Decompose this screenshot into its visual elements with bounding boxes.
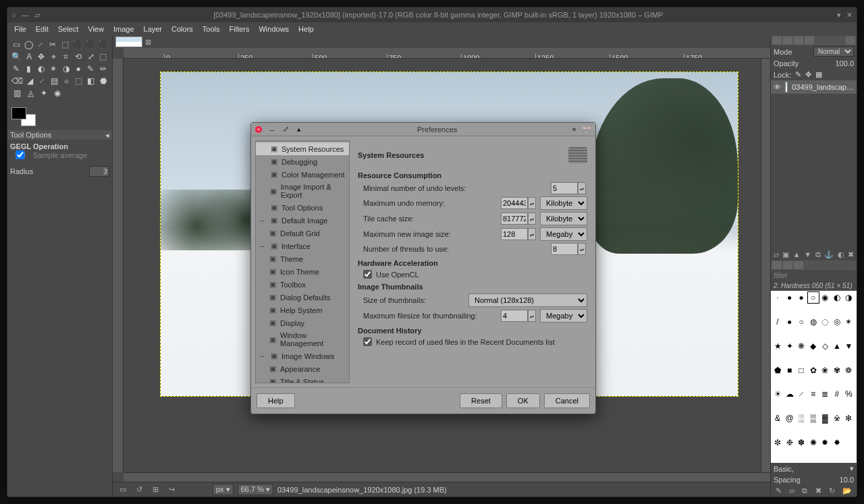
new-layer-icon[interactable]: ▱ xyxy=(774,250,779,259)
brush-preset[interactable]: ✺ xyxy=(808,437,819,448)
tool-icon[interactable]: ✶ xyxy=(49,63,58,74)
image-tab-thumb[interactable] xyxy=(115,36,142,47)
nav-tool-options[interactable]: ▣Tool Options xyxy=(256,201,349,214)
tool-icon[interactable]: ◯ xyxy=(24,39,33,50)
brush-preset[interactable]: @ xyxy=(784,413,795,424)
tool-icon[interactable] xyxy=(79,88,90,99)
nav-icon-theme[interactable]: ▣Icon Theme xyxy=(256,265,349,278)
menu-image[interactable]: Image xyxy=(113,25,134,33)
tool-icon[interactable]: ✏ xyxy=(99,63,108,74)
history-checkbox[interactable]: Keep record of used files in the Recent … xyxy=(358,337,587,346)
menu-windows[interactable]: Windows xyxy=(259,25,289,33)
brush-btn[interactable]: ⧉ xyxy=(802,486,807,495)
brush-preset[interactable]: & xyxy=(772,413,783,424)
thumbnail-size-select[interactable]: Normal (128x128) xyxy=(468,293,587,307)
tool-icon[interactable]: ⌗ xyxy=(61,51,71,62)
brush-preset[interactable]: # xyxy=(832,389,842,399)
brush-preset[interactable]: ◉ xyxy=(819,292,830,303)
tool-icon[interactable]: ⌖ xyxy=(49,51,59,62)
lock-alpha-icon[interactable]: ▦ xyxy=(815,70,822,79)
lock-position-icon[interactable]: ✥ xyxy=(805,70,811,79)
tool-icon[interactable]: ✂ xyxy=(48,39,57,50)
tool-icon[interactable]: 🔍 xyxy=(11,51,22,62)
brush-preset[interactable]: ⬟ xyxy=(772,365,783,376)
menu-tools[interactable]: Tools xyxy=(202,25,220,33)
tool-icon[interactable]: ⤢ xyxy=(86,51,95,62)
brush-btn[interactable]: ✎ xyxy=(776,486,782,495)
brush-preset[interactable]: ○ xyxy=(796,316,807,327)
tool-icon[interactable]: ⬛ xyxy=(72,39,82,50)
nav-image-import-export[interactable]: ▣Image Import & Export xyxy=(256,181,349,201)
brush-preset[interactable]: ● xyxy=(796,292,807,303)
sb-icon[interactable]: ▭ xyxy=(117,484,129,496)
brush-preset[interactable]: ▒ xyxy=(808,413,819,424)
brush-preset[interactable]: ☁ xyxy=(784,389,795,399)
tool-icon[interactable]: ⟲ xyxy=(74,51,83,62)
tool-icon[interactable]: A xyxy=(24,51,34,62)
dialog-up-icon[interactable]: ▴ xyxy=(296,126,302,133)
layer-group-icon[interactable]: ▣ xyxy=(782,250,789,259)
brush-preset[interactable]: ❀ xyxy=(819,365,830,376)
tool-icon[interactable]: ✦ xyxy=(38,88,49,99)
brush-preset[interactable]: ○ xyxy=(808,292,819,303)
tile-cache-unit[interactable]: Kilobytes xyxy=(540,212,587,225)
tile-cache-input[interactable] xyxy=(501,213,528,225)
brush-btn[interactable]: ▱ xyxy=(789,486,794,495)
tool-icon[interactable]: ✥ xyxy=(36,51,46,62)
brush-preset[interactable]: ◌ xyxy=(819,316,830,327)
brush-preset[interactable]: ▓ xyxy=(819,413,830,424)
window-menu-icon[interactable]: ○ xyxy=(11,11,16,20)
preferences-nav[interactable]: ▣System Resources▣Debugging▣Color Manage… xyxy=(255,140,350,383)
brush-preset[interactable]: ✾ xyxy=(832,365,842,376)
undo-memory-input[interactable] xyxy=(501,197,528,209)
menu-edit[interactable]: Edit xyxy=(36,25,49,33)
brush-preset[interactable]: ✶ xyxy=(843,316,854,327)
nav-color-management[interactable]: ▣Color Management xyxy=(256,168,349,181)
brush-preset[interactable]: / xyxy=(772,316,783,327)
tool-icon[interactable]: ⬚ xyxy=(74,76,84,86)
dock-tabs[interactable] xyxy=(771,36,857,45)
dialog-minimize-icon[interactable]: – xyxy=(269,126,275,133)
tool-icon[interactable]: ◢ xyxy=(25,76,34,86)
sb-icon[interactable]: ⊞ xyxy=(149,484,161,496)
nav-dialog-defaults[interactable]: ▣Dialog Defaults xyxy=(256,291,349,304)
tool-icon[interactable]: ⬚ xyxy=(60,39,70,50)
tool-icon[interactable]: ▤ xyxy=(49,76,59,86)
brush-preset[interactable]: ▼ xyxy=(843,341,854,352)
brush-preset[interactable]: ◐ xyxy=(832,292,842,303)
tool-icon[interactable]: ▭ xyxy=(11,39,21,50)
nav-debugging[interactable]: ▣Debugging xyxy=(256,155,349,168)
brush-preset[interactable]: ◑ xyxy=(843,292,854,303)
nav-appearance[interactable]: ▣Appearance xyxy=(256,362,349,375)
radius-input[interactable] xyxy=(89,166,109,177)
menu-help[interactable]: Help xyxy=(298,25,314,33)
menu-layer[interactable]: Layer xyxy=(144,25,163,33)
brush-preset[interactable]: ✿ xyxy=(808,365,819,376)
brush-btn[interactable]: ✖ xyxy=(815,486,821,495)
brush-preset[interactable]: ❋ xyxy=(796,341,807,352)
unit-select[interactable]: px ▾ xyxy=(213,484,234,495)
tool-icon[interactable]: ◧ xyxy=(86,76,96,86)
nav-title-status[interactable]: ▣Title & Status xyxy=(256,375,349,383)
nav-system-resources[interactable]: ▣System Resources xyxy=(256,142,349,155)
brush-preset[interactable]: ◎ xyxy=(832,316,842,327)
tool-icon[interactable]: ⬛ xyxy=(85,39,95,50)
brush-grid[interactable]: ·●●○◉◐◑/●○◍◌◎✶★✦❋◆◇▲▼⬟■□✿❀✾❁☀☁⟋≡≣#%&@░▒▓… xyxy=(771,291,857,463)
nav-toolbox[interactable]: ▣Toolbox xyxy=(256,278,349,291)
vertical-scrollbar[interactable] xyxy=(761,59,770,472)
brush-btn[interactable]: ↻ xyxy=(829,486,835,495)
thumbnail-max-unit[interactable]: Megabytes xyxy=(540,309,587,323)
tool-icon[interactable]: ⟐ xyxy=(61,76,71,86)
brush-preset[interactable]: ≣ xyxy=(819,389,830,399)
menu-file[interactable]: File xyxy=(14,25,26,33)
brush-preset[interactable]: ❉ xyxy=(784,437,795,448)
brush-preset[interactable]: ◆ xyxy=(808,341,819,352)
menu-colors[interactable]: Colors xyxy=(171,25,193,33)
layer-row[interactable]: 👁 03499_landscap… xyxy=(771,80,857,94)
nav-interface[interactable]: −▣Interface xyxy=(256,240,349,252)
dialog-maximize-icon[interactable]: ⤢ xyxy=(282,126,289,133)
sb-icon[interactable]: ↪ xyxy=(165,484,178,496)
menu-view[interactable]: View xyxy=(88,25,104,33)
shade-icon[interactable]: ▾ xyxy=(837,11,841,20)
tool-icon[interactable]: ◑ xyxy=(61,63,71,74)
